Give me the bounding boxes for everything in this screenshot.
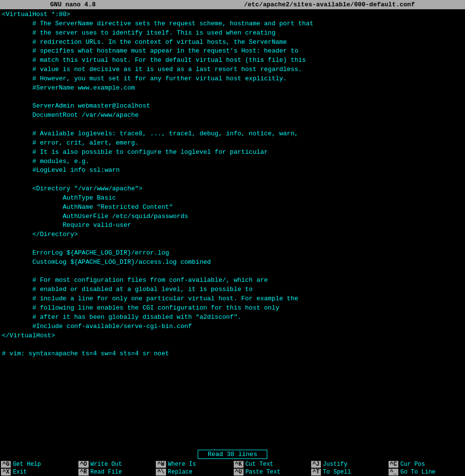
editor-line: ErrorLog ${APACHE_LOG_DIR}/error.log — [2, 249, 463, 258]
editor-line: <Directory "/var/www/apache"> — [2, 184, 463, 194]
shortcut-key: ^J — [311, 461, 321, 468]
shortcut-key: ^T — [311, 469, 321, 476]
shortcut-row-2: ^XExit^RRead File^\ Replace^UPaste Text^… — [0, 468, 465, 476]
status-bar: Read 38 lines — [0, 448, 465, 460]
editor-line: # enabled or disabled at a global level,… — [2, 285, 463, 294]
shortcut-label: Go To Line — [400, 469, 435, 476]
shortcut-bar: ^GGet Help^OWrite Out^WWhere Is^KCut Tex… — [0, 460, 465, 476]
editor-line: # value is not decisive as it is used as… — [2, 65, 463, 74]
editor-line — [2, 175, 463, 184]
shortcut-item: ^KCut Text — [233, 460, 310, 468]
editor-line: # specifies what hostname must appear in… — [2, 47, 463, 56]
shortcut-label: Exit — [13, 469, 27, 476]
shortcut-item: ^_Go To Line — [388, 468, 465, 476]
shortcut-key: ^G — [1, 461, 11, 468]
editor-line: # after it has been globally disabled wi… — [2, 313, 463, 322]
editor-line: # However, you must set it for any furth… — [2, 74, 463, 84]
editor-area[interactable]: <VirtualHost *:80> # The ServerName dire… — [0, 9, 465, 448]
editor-line: # Available loglevels: trace8, ..., trac… — [2, 129, 463, 139]
editor-line: </Directory> — [2, 230, 463, 239]
shortcut-item: ^WWhere Is — [155, 460, 232, 468]
shortcut-label: To Spell — [323, 469, 351, 476]
shortcut-label: Cut Text — [245, 461, 274, 468]
editor-line — [2, 340, 463, 349]
shortcut-key: ^\ — [156, 469, 166, 476]
status-message: Read 38 lines — [198, 450, 267, 459]
editor-line: CustomLog ${APACHE_LOG_DIR}/access.log c… — [2, 258, 463, 267]
shortcut-row-1: ^GGet Help^OWrite Out^WWhere Is^KCut Tex… — [0, 460, 465, 468]
shortcut-item: ^XExit — [0, 468, 77, 476]
title-bar: GNU nano 4.8 /etc/apache2/sites-availabl… — [0, 0, 465, 9]
editor-line — [2, 120, 463, 129]
editor-line: </VirtualHost> — [2, 331, 463, 341]
editor-line: AuthName "Restricted Content" — [2, 203, 463, 212]
editor-line: DocumentRoot /var/www/apache — [2, 111, 463, 120]
shortcut-label: Cur Pos — [400, 461, 425, 468]
editor-line: # modules, e.g. — [2, 157, 463, 166]
editor-line: # It is also possible to configure the l… — [2, 148, 463, 157]
editor-line: # error, crit, alert, emerg. — [2, 139, 463, 148]
editor-line: AuthUserFile /etc/squid/passwords — [2, 212, 463, 221]
editor-line: # For most configuration files from conf… — [2, 276, 463, 285]
shortcut-item: ^OWrite Out — [77, 460, 155, 468]
shortcut-key: ^C — [389, 461, 398, 468]
shortcut-key: ^U — [234, 469, 243, 476]
shortcut-label: Write Out — [91, 461, 122, 468]
shortcut-key: ^_ — [389, 469, 398, 476]
shortcut-item: ^UPaste Text — [233, 468, 310, 476]
editor-line — [2, 239, 463, 249]
shortcut-label: Paste Text — [245, 469, 280, 476]
shortcut-key: ^R — [78, 469, 88, 476]
shortcut-item: ^CCur Pos — [388, 460, 465, 468]
editor-line: AuthType Basic — [2, 194, 463, 203]
editor-line — [2, 267, 463, 276]
shortcut-label: Justify — [323, 461, 347, 468]
editor-line: #LogLevel info ssl:warn — [2, 166, 463, 175]
shortcut-label: Replace — [168, 469, 192, 476]
editor-line: #Include conf-available/serve-cgi-bin.co… — [2, 322, 463, 331]
editor-line: # The ServerName directive sets the requ… — [2, 19, 463, 29]
shortcut-key: ^O — [78, 461, 88, 468]
shortcut-item: ^JJustify — [310, 460, 388, 468]
editor-line: # include a line for only one particular… — [2, 294, 463, 304]
editor-line: ServerAdmin webmaster@localhost — [2, 102, 463, 111]
shortcut-item: ^\ Replace — [155, 468, 232, 476]
shortcut-label: Read File — [91, 469, 122, 476]
editor-line: # vim: syntax=apache ts=4 sw=4 sts=4 sr … — [2, 349, 463, 359]
shortcut-label: Get Help — [13, 461, 41, 468]
shortcut-label: Where Is — [168, 461, 196, 468]
shortcut-key: ^W — [156, 461, 166, 468]
editor-line: # following line enables the CGI configu… — [2, 304, 463, 313]
editor-line: Require valid-user — [2, 221, 463, 230]
shortcut-key: ^X — [1, 469, 11, 476]
shortcut-item: ^TTo Spell — [310, 468, 388, 476]
shortcut-key: ^K — [234, 461, 243, 468]
editor-line: # match this virtual host. For the defau… — [2, 56, 463, 65]
editor-line — [2, 93, 463, 102]
editor-line: # redirection URLs. In the context of vi… — [2, 38, 463, 47]
editor-line: <VirtualHost *:80> — [2, 10, 463, 19]
app-name: GNU nano 4.8 — [50, 1, 96, 8]
file-path: /etc/apache2/sites-available/000-default… — [244, 1, 415, 8]
editor-line: #ServerName www.example.com — [2, 84, 463, 93]
shortcut-item: ^RRead File — [77, 468, 155, 476]
shortcut-item: ^GGet Help — [0, 460, 77, 468]
editor-line: # the server uses to identify itself. Th… — [2, 29, 463, 38]
